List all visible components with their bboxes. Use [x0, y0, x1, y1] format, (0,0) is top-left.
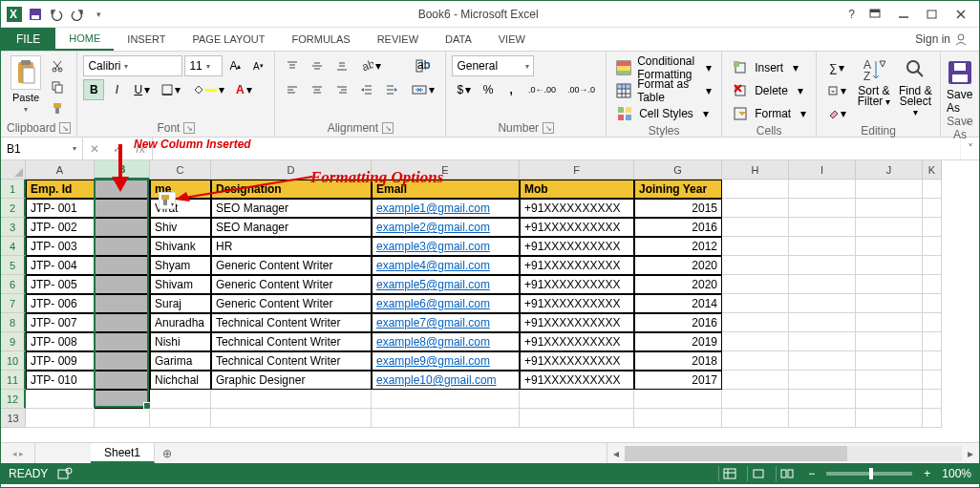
tab-view[interactable]: VIEW: [485, 28, 539, 51]
italic-button[interactable]: I: [106, 79, 127, 100]
cell-D10[interactable]: Technical Content Writer: [211, 351, 372, 371]
cell-F13[interactable]: [520, 409, 634, 428]
cell-F4[interactable]: +91XXXXXXXXXX: [520, 237, 634, 256]
hscroll-thumb[interactable]: [625, 446, 847, 461]
cell-J5[interactable]: [856, 256, 923, 275]
align-center-button[interactable]: [306, 79, 329, 100]
add-sheet-button[interactable]: ⊕: [155, 443, 180, 463]
undo-icon[interactable]: [47, 5, 66, 24]
format-painter-button[interactable]: [49, 99, 66, 117]
font-name-combo[interactable]: Calibri▾: [83, 55, 182, 76]
column-header-F[interactable]: F: [520, 160, 634, 180]
column-header-E[interactable]: E: [372, 160, 520, 180]
cell-B8[interactable]: [95, 313, 150, 332]
find-select-button[interactable]: Find & Select ▾: [897, 57, 934, 124]
cell-B7[interactable]: [95, 294, 150, 313]
cell-B12[interactable]: [95, 390, 150, 409]
tab-data[interactable]: DATA: [432, 28, 485, 51]
cell-K8[interactable]: [923, 313, 942, 332]
sheet-tab-sheet1[interactable]: Sheet1: [91, 443, 155, 463]
cell-J2[interactable]: [856, 199, 923, 218]
cell-F8[interactable]: +91XXXXXXXXXX: [520, 313, 634, 332]
cell-K13[interactable]: [923, 409, 942, 428]
wrap-text-button[interactable]: ab: [407, 55, 439, 76]
column-header-A[interactable]: A: [26, 160, 95, 180]
cell-D5[interactable]: Generic Content Writer: [211, 256, 372, 275]
cell-H10[interactable]: [722, 351, 789, 371]
cell-A10[interactable]: JTP- 009: [26, 351, 95, 371]
align-right-button[interactable]: [330, 79, 353, 100]
cell-B11[interactable]: [95, 371, 150, 390]
cell-E8[interactable]: example7@gmail.com: [372, 313, 520, 332]
number-format-combo[interactable]: General▾: [452, 55, 534, 76]
cell-D13[interactable]: [211, 409, 372, 428]
cell-H8[interactable]: [722, 313, 789, 332]
cell-G9[interactable]: 2019: [634, 332, 722, 351]
autosum-button[interactable]: ∑▾: [822, 57, 851, 78]
cell-J7[interactable]: [856, 294, 923, 313]
cell-K10[interactable]: [923, 351, 942, 371]
cell-I4[interactable]: [789, 237, 856, 256]
column-header-C[interactable]: C: [150, 160, 211, 180]
column-header-H[interactable]: H: [722, 160, 789, 180]
cell-A12[interactable]: [26, 390, 95, 409]
cell-A1[interactable]: Emp. Id: [26, 180, 95, 199]
decrease-font-button[interactable]: A▾: [247, 55, 268, 76]
cell-H12[interactable]: [722, 390, 789, 409]
cell-B2[interactable]: [95, 199, 150, 218]
cell-C8[interactable]: Anuradha: [150, 313, 211, 332]
copy-button[interactable]: [49, 78, 66, 95]
alignment-launcher[interactable]: ↘: [382, 122, 394, 134]
cell-J9[interactable]: [856, 332, 923, 351]
cell-E4[interactable]: example3@gmail.com: [372, 237, 520, 256]
cut-button[interactable]: [49, 57, 66, 74]
cell-B1[interactable]: [95, 180, 150, 199]
sign-in-link[interactable]: Sign in: [904, 28, 979, 51]
row-header-10[interactable]: 10: [1, 351, 26, 371]
format-cells-button[interactable]: Format▾: [728, 103, 810, 124]
cell-E6[interactable]: example5@gmail.com: [372, 275, 520, 294]
cell-F12[interactable]: [520, 390, 634, 409]
zoom-out-button[interactable]: −: [804, 467, 819, 480]
align-top-button[interactable]: [281, 55, 304, 76]
border-button[interactable]: ▾: [157, 79, 185, 100]
cell-K7[interactable]: [923, 294, 942, 313]
cell-J12[interactable]: [856, 390, 923, 409]
clipboard-launcher[interactable]: ↘: [59, 122, 71, 134]
cell-I5[interactable]: [789, 256, 856, 275]
cell-G10[interactable]: 2018: [634, 351, 722, 371]
cell-A9[interactable]: JTP- 008: [26, 332, 95, 351]
cell-H7[interactable]: [722, 294, 789, 313]
row-header-3[interactable]: 3: [1, 218, 26, 237]
cell-I11[interactable]: [789, 371, 856, 390]
cell-K3[interactable]: [923, 218, 942, 237]
cell-G1[interactable]: Joining Year: [634, 180, 722, 199]
zoom-level-label[interactable]: 100%: [942, 467, 971, 480]
cell-B3[interactable]: [95, 218, 150, 237]
cell-K12[interactable]: [923, 390, 942, 409]
tab-insert[interactable]: INSERT: [114, 28, 179, 51]
increase-indent-button[interactable]: [380, 79, 403, 100]
cell-E3[interactable]: example2@gmail.com: [372, 218, 520, 237]
percent-format-button[interactable]: %: [478, 79, 499, 100]
sort-filter-button[interactable]: AZ Sort & Filter ▾: [857, 57, 890, 124]
cell-E11[interactable]: example10@gmail.com: [372, 371, 520, 390]
tab-file[interactable]: FILE: [1, 28, 55, 51]
zoom-slider[interactable]: [826, 472, 912, 476]
decrease-indent-button[interactable]: [355, 79, 378, 100]
row-header-8[interactable]: 8: [1, 313, 26, 332]
cell-G3[interactable]: 2016: [634, 218, 722, 237]
macro-recording-icon[interactable]: [57, 467, 73, 480]
cell-F1[interactable]: Mob: [520, 180, 634, 199]
cell-I2[interactable]: [789, 199, 856, 218]
cell-J11[interactable]: [856, 371, 923, 390]
cell-I1[interactable]: [789, 180, 856, 199]
cell-C5[interactable]: Shyam: [150, 256, 211, 275]
cell-D7[interactable]: Generic Content Writer: [211, 294, 372, 313]
cell-G5[interactable]: 2020: [634, 256, 722, 275]
insert-function-button[interactable]: fx: [129, 142, 152, 156]
select-all-corner[interactable]: [1, 160, 26, 180]
orientation-button[interactable]: ab▾: [355, 55, 386, 76]
cell-H13[interactable]: [722, 409, 789, 428]
cell-F10[interactable]: +91XXXXXXXXXX: [520, 351, 634, 371]
